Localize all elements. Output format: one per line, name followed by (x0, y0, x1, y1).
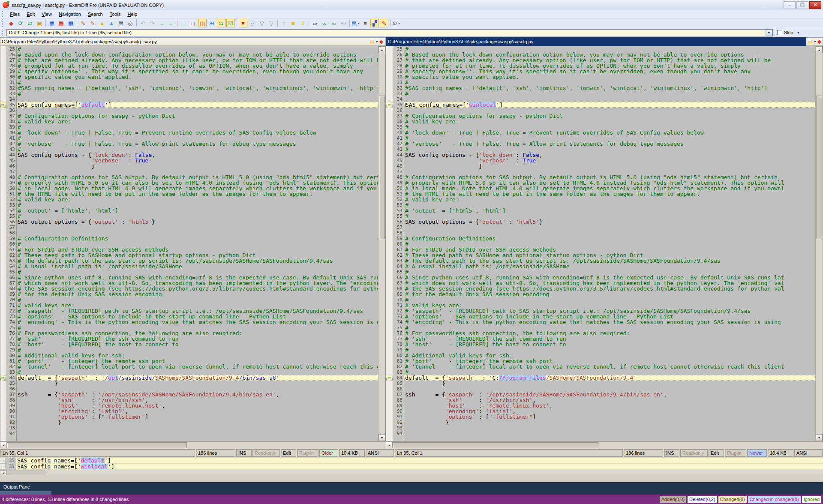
code-line[interactable] (404, 431, 815, 436)
code-line[interactable]: # Since python uses utf-8, running SAS w… (404, 275, 815, 280)
code-line[interactable]: # (17, 369, 378, 375)
send-report-icon[interactable]: ▲ (107, 19, 116, 27)
code-line[interactable]: ssh = {'saspath' : '/opt/sasinside/SASHo… (404, 392, 815, 397)
code-line[interactable]: SAS_config_options = {'lock_down': False… (404, 152, 815, 158)
toolbar-overflow-icon[interactable]: ▼ (796, 31, 800, 35)
code-line[interactable]: # 'verbose' - True | False. True = Allow… (404, 141, 815, 147)
code-line[interactable]: # Based upon the lock_down configuration… (17, 52, 378, 57)
code-line[interactable]: # for the default Unix SAS session encod… (404, 291, 815, 297)
split-view-icon[interactable]: ◫ (198, 19, 207, 27)
save-first-file-icon[interactable]: ▦ (48, 19, 56, 27)
second-file-pane[interactable]: ⇦⇦ 2526272829303132333435363738394041424… (386, 46, 823, 441)
code-line[interactable]: # valid key are: (17, 119, 378, 124)
code-line[interactable]: # (17, 347, 378, 353)
scroll-down-icon[interactable]: ▼ (816, 434, 823, 441)
code-line[interactable]: # 'port' - [integer] the remote ssh port (404, 358, 815, 364)
code-line[interactable]: # 'encoding' - This is the python encodi… (404, 319, 815, 325)
code-line[interactable]: # 'host' - [REQUIRED] the host to connec… (17, 342, 378, 347)
code-line[interactable]: # 'output' = ['html5', 'html'] (404, 208, 815, 213)
menu-item-search[interactable]: Search (84, 11, 106, 18)
code-line[interactable]: # These need path to SASHome and optiona… (404, 252, 815, 258)
code-line[interactable]: SAS_output_options = {'output' : 'html5'… (404, 219, 815, 225)
second-file-header[interactable]: C:\Program Files\Python\Python37\Lib\sit… (386, 37, 823, 46)
code-line[interactable]: # specific value you want applied. (17, 74, 378, 80)
code-line[interactable]: # (404, 369, 815, 375)
second-pane-code[interactable]: ## Based upon the lock_down configuratio… (404, 46, 815, 441)
find-icon[interactable]: ∞ (311, 19, 319, 27)
print-first-dropdown-icon[interactable]: ▼ (375, 40, 378, 43)
code-line[interactable]: #SAS_config_names = ['default', 'ssh', '… (17, 85, 378, 91)
show-identical-filter-icon[interactable]: ▽ (248, 19, 257, 27)
code-line[interactable]: # the SAS session encoding (see https://… (17, 286, 378, 291)
code-line[interactable]: # 'output' = ['html5', 'html'] (17, 208, 378, 213)
second-pane-hscrollbar[interactable]: ◄ (386, 442, 816, 448)
code-line[interactable] (404, 230, 815, 236)
swap-and-recompare-icon[interactable]: ⇄ (26, 19, 34, 27)
plugins-icon[interactable]: ▞ (370, 19, 379, 27)
code-line[interactable] (404, 425, 815, 431)
code-line[interactable]: } (17, 381, 378, 386)
code-line[interactable]: # (17, 135, 378, 141)
code-line[interactable] (17, 431, 378, 436)
code-line[interactable]: # (404, 297, 815, 303)
code-line[interactable]: # which does not work well as utf-8. So,… (404, 280, 815, 286)
code-line[interactable]: # (17, 124, 378, 130)
code-line[interactable] (404, 108, 815, 113)
code-line[interactable]: # The default path to the sas start up s… (404, 258, 815, 264)
code-line[interactable]: # (404, 80, 815, 85)
code-line[interactable]: # Configuration Definitions (17, 236, 378, 241)
output-pane-tab[interactable] (0, 491, 51, 495)
code-line[interactable]: # Since python uses utf-8, running SAS w… (17, 275, 378, 280)
code-line[interactable]: # prompted for at run time. To dissallow… (17, 63, 378, 69)
output-pane-header[interactable]: Output Pane (0, 482, 823, 491)
code-line[interactable]: # 'tunnel' - [integer] local port to ope… (404, 364, 815, 369)
code-line[interactable] (404, 386, 815, 392)
code-line[interactable]: # specify options=''. This way it's spec… (404, 69, 815, 74)
examdiff-first-icon[interactable]: ◆ (379, 39, 383, 45)
code-line[interactable]: 'options' : ["-fullstimer"] (17, 414, 378, 420)
first-file-header[interactable]: C:\Program Files\Python\Python37\Lib\sit… (0, 37, 386, 46)
code-line[interactable]: # (17, 213, 378, 219)
code-line[interactable]: # (404, 46, 815, 52)
view-options-icon[interactable]: ▤▼ (351, 19, 360, 27)
code-line[interactable]: # 'lock_down' - True | False. True = Pre… (404, 130, 815, 135)
code-line[interactable]: # (17, 147, 378, 152)
first-pane-vscrollbar[interactable]: ▲ ▼ (378, 46, 385, 441)
scroll-down-icon[interactable]: ▼ (378, 434, 385, 441)
first-pane-hscrollbar[interactable]: ◄ (0, 442, 378, 448)
dropdown-arrow-icon[interactable]: ▼ (398, 21, 401, 26)
code-line[interactable]: 'options' : ["-fullstimer"] (404, 414, 815, 420)
code-line[interactable]: 'ssh' : '/usr/bin/ssh', (404, 397, 815, 403)
code-line[interactable]: # that are defined already. Any necessar… (17, 57, 378, 63)
code-line[interactable]: # For passwordless ssh connection, the f… (404, 330, 815, 336)
code-line[interactable]: # Configuration Definitions (404, 236, 815, 241)
second-hscroll-thumb[interactable] (393, 442, 598, 448)
open-files-icon[interactable]: ▣ (35, 19, 44, 27)
save-all-icon[interactable]: ▦ (66, 19, 75, 27)
grid-view-icon[interactable]: ⊞ (207, 19, 216, 27)
first-vscroll-thumb[interactable] (379, 96, 385, 239)
code-line[interactable]: # (17, 80, 378, 85)
code-line[interactable] (17, 386, 378, 392)
skip-checkbox[interactable] (777, 30, 782, 35)
show-deleted-filter-icon[interactable]: ▽ (267, 19, 276, 27)
code-line[interactable]: # prompted for at run time. To dissallow… (404, 63, 815, 69)
edit-second-file-icon[interactable]: ✎ (88, 19, 97, 27)
menu-item-help[interactable]: Help (124, 11, 141, 18)
code-line[interactable]: 'host' : 'remote.linux.host', (17, 403, 378, 408)
code-line[interactable]: # (404, 135, 815, 141)
recompare-icon[interactable]: ⟳ (16, 19, 25, 27)
first-file-pane[interactable]: ⇨⇨ 2526272829303132333435363738394041424… (0, 46, 386, 441)
code-line[interactable]: # (17, 91, 378, 96)
code-line[interactable]: # in local mode. Note that HTML 4.0 will… (404, 186, 815, 191)
examdiff-second-icon[interactable]: ◆ (817, 39, 821, 45)
edit-options-icon[interactable]: ✎ (380, 19, 388, 27)
code-line[interactable]: 'verbose' : True (404, 158, 815, 163)
scroll-left-icon[interactable]: ◄ (0, 442, 7, 448)
maximize-button[interactable]: ❐ (796, 1, 808, 9)
code-line[interactable] (17, 225, 378, 230)
code-line[interactable]: # valid key are: (17, 197, 378, 202)
menu-item-files[interactable]: Files (6, 11, 23, 18)
code-line[interactable] (404, 169, 815, 174)
code-line[interactable]: # valid keys are: (404, 303, 815, 308)
